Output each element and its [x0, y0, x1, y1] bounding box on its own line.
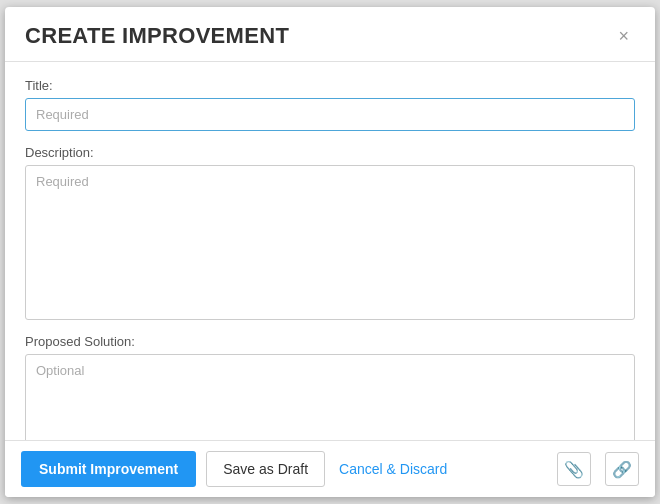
attach-file-button[interactable]: 📎 [557, 452, 591, 486]
link-icon: 🔗 [612, 460, 632, 479]
description-field-group: Description: [25, 145, 635, 320]
modal-footer: Submit Improvement Save as Draft Cancel … [5, 440, 655, 497]
description-textarea[interactable] [25, 165, 635, 320]
attach-icon: 📎 [564, 460, 584, 479]
save-as-draft-button[interactable]: Save as Draft [206, 451, 325, 487]
description-label: Description: [25, 145, 635, 160]
title-field-group: Title: [25, 78, 635, 131]
title-input[interactable] [25, 98, 635, 131]
close-button[interactable]: × [612, 25, 635, 47]
proposed-solution-label: Proposed Solution: [25, 334, 635, 349]
proposed-solution-field-group: Proposed Solution: [25, 334, 635, 440]
cancel-discard-button[interactable]: Cancel & Discard [335, 452, 451, 486]
insert-link-button[interactable]: 🔗 [605, 452, 639, 486]
modal-dialog: CREATE IMPROVEMENT × Title: Description:… [5, 7, 655, 497]
modal-body: Title: Description: Proposed Solution: [5, 62, 655, 440]
proposed-solution-textarea[interactable] [25, 354, 635, 440]
submit-improvement-button[interactable]: Submit Improvement [21, 451, 196, 487]
title-label: Title: [25, 78, 635, 93]
modal-header: CREATE IMPROVEMENT × [5, 7, 655, 62]
modal-title: CREATE IMPROVEMENT [25, 23, 289, 49]
